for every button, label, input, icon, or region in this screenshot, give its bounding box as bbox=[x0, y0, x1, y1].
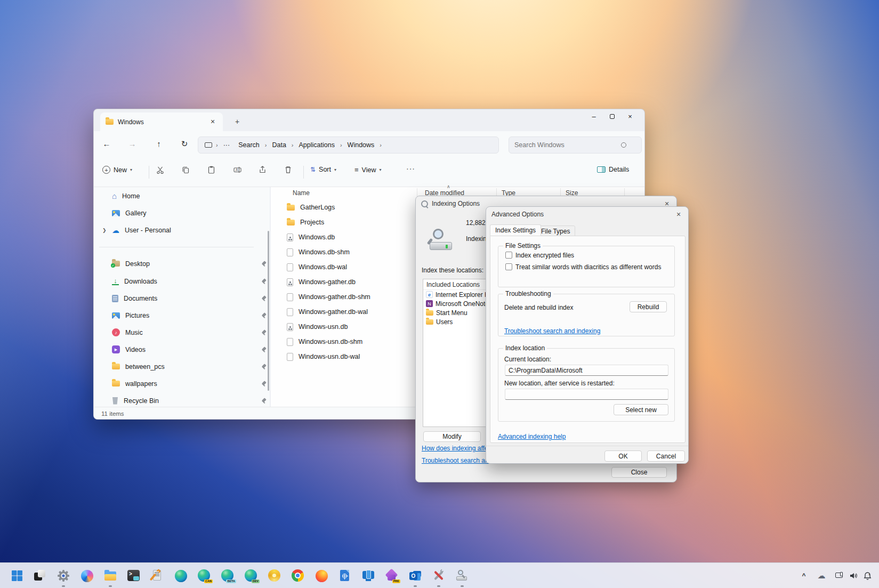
sidebar-scrollbar[interactable] bbox=[268, 231, 269, 391]
column-header-name[interactable]: Name bbox=[293, 189, 310, 197]
taskbar-terminal[interactable]: > bbox=[123, 563, 144, 588]
current-location-field[interactable]: C:\ProgramData\Microsoft bbox=[505, 365, 668, 376]
tray-hidden-icons-chevron[interactable]: ^ bbox=[796, 563, 811, 588]
select-new-button[interactable]: Select new bbox=[614, 404, 668, 415]
taskbar-file-explorer[interactable] bbox=[100, 563, 121, 588]
taskbar-edge-canary[interactable]: CAN bbox=[193, 563, 215, 588]
taskbar-dev-home-preview[interactable]: PRE bbox=[381, 563, 402, 588]
how-indexing-affects-link[interactable]: How does indexing affect bbox=[422, 445, 493, 452]
sidebar-item-home[interactable]: ⌂ Home bbox=[98, 188, 258, 204]
sidebar-item-videos[interactable]: ▶ Videos bbox=[98, 342, 258, 357]
sidebar-item-documents[interactable]: Documents bbox=[98, 291, 258, 306]
tray-display-cast-icon[interactable] bbox=[832, 563, 847, 588]
start-button[interactable] bbox=[6, 563, 28, 588]
index-encrypted-checkbox[interactable] bbox=[505, 252, 512, 259]
taskbar-edge-beta[interactable]: BETA bbox=[217, 563, 238, 588]
advanced-indexing-help-link[interactable]: Advanced indexing help bbox=[498, 433, 566, 440]
window-controls: – × bbox=[585, 112, 639, 120]
sidebar-item-label: Pictures bbox=[125, 312, 149, 319]
firefox-icon bbox=[316, 570, 328, 582]
paste-icon[interactable] bbox=[207, 165, 216, 174]
details-label: Details bbox=[609, 166, 629, 173]
rebuild-button[interactable]: Rebuild bbox=[630, 301, 667, 312]
taskbar-repair-tools[interactable] bbox=[428, 563, 449, 588]
tab-index-settings[interactable]: Index Settings bbox=[490, 224, 541, 236]
sidebar-item-music[interactable]: ♪ Music bbox=[98, 325, 258, 340]
view-list-icon: ≡ bbox=[354, 166, 359, 174]
sidebar-item-onedrive[interactable]: ❯ ☁ User - Personal bbox=[98, 222, 258, 238]
search-input[interactable] bbox=[514, 141, 621, 149]
taskbar-outlook[interactable]: O bbox=[405, 563, 426, 588]
taskbar-chrome-canary[interactable] bbox=[264, 563, 285, 588]
troubleshoot-search-link[interactable]: Troubleshoot search and indexing bbox=[504, 327, 600, 335]
advanced-close-icon[interactable]: × bbox=[673, 210, 684, 219]
search-box[interactable] bbox=[509, 136, 642, 154]
file-icon bbox=[287, 353, 293, 361]
tray-volume-icon[interactable] bbox=[846, 563, 861, 588]
expand-chevron-icon[interactable]: ❯ bbox=[102, 228, 107, 233]
sidebar-item-downloads[interactable]: ↓ Downloads bbox=[98, 273, 258, 289]
troubleshoot-link[interactable]: Troubleshoot search and bbox=[422, 457, 492, 464]
advanced-dialog-titlebar[interactable]: Advanced Options bbox=[486, 207, 688, 222]
diacritics-checkbox[interactable] bbox=[505, 263, 512, 270]
taskbar-system-config-tool[interactable] bbox=[147, 563, 168, 588]
new-location-field[interactable] bbox=[505, 389, 668, 400]
breadcrumb-overflow[interactable]: ··· bbox=[220, 140, 234, 150]
taskbar-copilot[interactable] bbox=[76, 563, 98, 588]
view-button[interactable]: ≡ View ▾ bbox=[354, 166, 381, 174]
tab-close-icon[interactable]: × bbox=[208, 117, 217, 127]
globe-meridian bbox=[344, 574, 345, 579]
chevron-down-icon: ▾ bbox=[379, 167, 381, 172]
up-button[interactable]: ↑ bbox=[151, 136, 166, 151]
navigation-pane: ⌂ Home Gallery ❯ ☁ User - Personal ✓ Des… bbox=[94, 187, 270, 407]
taskbar-web-document-app[interactable] bbox=[334, 563, 356, 588]
tray-notifications-bell-icon[interactable]: z bbox=[860, 563, 875, 588]
taskbar-firefox[interactable] bbox=[311, 563, 332, 588]
details-button[interactable]: Details bbox=[597, 166, 629, 173]
rename-icon[interactable]: A bbox=[233, 165, 242, 174]
more-options-button[interactable]: ··· bbox=[406, 164, 415, 173]
sidebar-item-wallpapers[interactable]: wallpapers bbox=[98, 376, 258, 391]
close-button[interactable]: Close bbox=[611, 467, 667, 478]
breadcrumb-search[interactable]: Search bbox=[235, 140, 263, 150]
taskbar-settings[interactable] bbox=[53, 563, 74, 588]
sidebar-item-gallery[interactable]: Gallery bbox=[98, 205, 258, 221]
explorer-tab[interactable]: Windows × bbox=[100, 112, 223, 131]
address-breadcrumb-bar[interactable]: › ··· Search › Data › Applications › Win… bbox=[198, 136, 499, 154]
taskbar-phone-link[interactable] bbox=[358, 563, 379, 588]
refresh-button[interactable]: ↻ bbox=[177, 136, 192, 151]
breadcrumb-windows[interactable]: Windows bbox=[344, 140, 378, 150]
back-button[interactable]: ← bbox=[99, 136, 114, 151]
tray-onedrive-cloud-icon[interactable]: ☁ bbox=[814, 563, 829, 588]
new-location-label: New location, after service is restarted… bbox=[504, 380, 615, 387]
cancel-button[interactable]: Cancel bbox=[647, 450, 685, 462]
file-explorer-icon bbox=[104, 574, 116, 581]
minimize-button[interactable]: – bbox=[585, 112, 603, 120]
taskbar-edge[interactable] bbox=[170, 563, 191, 588]
breadcrumb-data[interactable]: Data bbox=[268, 140, 289, 150]
copy-icon[interactable] bbox=[181, 165, 190, 174]
share-icon[interactable] bbox=[258, 165, 267, 174]
magnifier-glass bbox=[433, 229, 443, 239]
taskbar-edge-dev[interactable]: DEV bbox=[240, 563, 262, 588]
taskbar-indexing-options[interactable] bbox=[451, 563, 473, 588]
taskbar-chrome[interactable] bbox=[287, 563, 309, 588]
sidebar-item-desktop[interactable]: ✓ Desktop bbox=[98, 256, 258, 271]
breadcrumb-applications[interactable]: Applications bbox=[295, 140, 338, 150]
maximize-button[interactable] bbox=[603, 112, 621, 120]
close-button[interactable]: × bbox=[621, 112, 639, 120]
ok-button[interactable]: OK bbox=[604, 450, 642, 462]
sidebar-item-pictures[interactable]: Pictures bbox=[98, 308, 258, 323]
taskbar-stacked-squares-app[interactable] bbox=[29, 563, 51, 588]
sidebar-item-between-pcs[interactable]: between_pcs bbox=[98, 359, 258, 374]
new-button[interactable]: + New ▾ bbox=[102, 166, 132, 174]
modify-button[interactable]: Modify bbox=[423, 431, 481, 442]
edge-icon bbox=[175, 570, 187, 582]
sidebar-item-recycle-bin[interactable]: Recycle Bin bbox=[98, 393, 258, 408]
forward-button[interactable]: → bbox=[125, 136, 140, 151]
running-indicator bbox=[461, 585, 464, 587]
new-tab-button[interactable]: + bbox=[232, 117, 242, 127]
cut-icon[interactable] bbox=[156, 165, 165, 174]
sort-button[interactable]: ⇅ Sort ▾ bbox=[310, 166, 336, 173]
delete-icon[interactable] bbox=[284, 165, 293, 174]
